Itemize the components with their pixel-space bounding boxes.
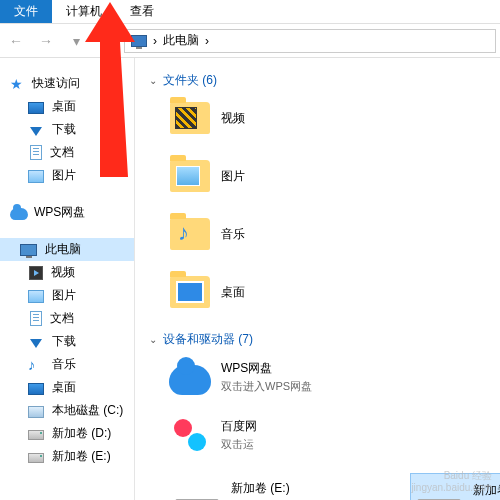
sidebar-item-label: 桌面 <box>52 98 76 115</box>
picture-icon <box>28 290 44 303</box>
sidebar-item-label: 文档 <box>50 144 74 161</box>
sidebar-item-downloads[interactable]: 下载 <box>0 330 134 353</box>
sidebar-item-label: 视频 <box>51 264 75 281</box>
picture-icon <box>28 170 44 183</box>
music-icon: ♪ <box>28 357 44 373</box>
nav-bar: ← → ▾ ↑ › 此电脑 › <box>0 24 500 58</box>
sidebar-item-documents[interactable]: 文档 <box>0 307 134 330</box>
sidebar-item-desktop[interactable]: 桌面 <box>0 376 134 399</box>
video-icon <box>29 266 43 280</box>
sidebar-item-downloads[interactable]: 下载 <box>0 118 134 141</box>
sidebar-label: 快速访问 <box>32 75 80 92</box>
folder-tile-music[interactable]: 音乐 <box>169 213 349 255</box>
section-folders-header[interactable]: ⌄ 文件夹 (6) <box>149 72 500 89</box>
ribbon-tab-computer[interactable]: 计算机 <box>52 0 116 23</box>
sidebar-item-label: 新加卷 (E:) <box>52 448 111 465</box>
desktop-icon <box>28 383 44 395</box>
chevron-down-icon: ⌄ <box>149 75 157 86</box>
device-tile-baidu[interactable]: 百度网 双击运 <box>169 414 349 456</box>
sidebar-item-label: 下载 <box>52 121 76 138</box>
disk-icon <box>28 430 44 440</box>
tile-label: 音乐 <box>221 226 245 243</box>
sidebar-item-label: 音乐 <box>52 356 76 373</box>
sidebar-item-pictures[interactable]: 图片 <box>0 164 134 187</box>
folder-video-icon <box>170 102 210 134</box>
sidebar-item-videos[interactable]: 视频 <box>0 261 134 284</box>
localdisk-icon <box>28 406 44 418</box>
nav-dropdown-icon[interactable]: ▾ <box>64 29 88 53</box>
sidebar-quick-access[interactable]: ★ 快速访问 <box>0 72 134 95</box>
sidebar: ★ 快速访问 桌面 下载 文档 图片 WPS网盘 此电脑 视频 图片 文档 下载… <box>0 58 135 500</box>
breadcrumb-sep: › <box>153 34 157 48</box>
breadcrumb-sep: › <box>205 34 209 48</box>
star-icon: ★ <box>10 76 26 92</box>
breadcrumb-location: 此电脑 <box>163 32 199 49</box>
sidebar-item-drive-e[interactable]: 新加卷 (E:) <box>0 445 134 468</box>
sidebar-item-label: 新加卷 (D:) <box>52 425 111 442</box>
devices-grid: WPS网盘 双击进入WPS网盘 百度网 双击运 <box>149 356 500 456</box>
ribbon-tabs: 文件 计算机 查看 <box>0 0 500 24</box>
tile-label: WPS网盘 <box>221 360 312 377</box>
sidebar-item-music[interactable]: ♪音乐 <box>0 353 134 376</box>
sidebar-item-drive-d[interactable]: 新加卷 (D:) <box>0 422 134 445</box>
sidebar-item-documents[interactable]: 文档 <box>0 141 134 164</box>
ribbon-tab-file[interactable]: 文件 <box>0 0 52 23</box>
tile-label: 图片 <box>221 168 245 185</box>
sidebar-label: WPS网盘 <box>34 204 85 221</box>
folder-music-icon <box>170 218 210 250</box>
section-title: 文件夹 (6) <box>163 72 217 89</box>
pc-icon <box>20 244 37 256</box>
sidebar-wps[interactable]: WPS网盘 <box>0 201 134 224</box>
disk-icon <box>28 453 44 463</box>
section-devices-header[interactable]: ⌄ 设备和驱动器 (7) <box>149 331 500 348</box>
pc-icon <box>131 35 147 47</box>
desktop-icon <box>28 102 44 114</box>
tile-sublabel: 双击运 <box>221 437 257 452</box>
chevron-down-icon: ⌄ <box>149 334 157 345</box>
nav-back-icon[interactable]: ← <box>4 29 28 53</box>
sidebar-item-localdisk-c[interactable]: 本地磁盘 (C:) <box>0 399 134 422</box>
watermark: Baidu 经验 jingyan.baidu.com <box>411 470 492 494</box>
folder-tile-pictures[interactable]: 图片 <box>169 155 349 197</box>
tile-label: 百度网 <box>221 418 257 435</box>
ribbon-tab-view[interactable]: 查看 <box>116 0 168 23</box>
sidebar-item-label: 图片 <box>52 287 76 304</box>
device-tile-wps[interactable]: WPS网盘 双击进入WPS网盘 <box>169 356 349 398</box>
nav-forward-icon[interactable]: → <box>34 29 58 53</box>
sidebar-item-label: 下载 <box>52 333 76 350</box>
drive-tile-e[interactable]: 新加卷 (E:) 616 GB 可用，共 620 GB <box>169 474 387 500</box>
drive-label: 新加卷 (E:) <box>231 480 381 497</box>
tile-sublabel: 双击进入WPS网盘 <box>221 379 312 394</box>
sidebar-label: 此电脑 <box>45 241 81 258</box>
sidebar-item-label: 图片 <box>52 167 76 184</box>
sidebar-item-desktop[interactable]: 桌面 <box>0 95 134 118</box>
folder-desktop-icon <box>170 276 210 308</box>
sidebar-this-pc[interactable]: 此电脑 <box>0 238 134 261</box>
document-icon <box>30 145 42 160</box>
baidu-icon <box>170 415 210 455</box>
tile-label: 视频 <box>221 110 245 127</box>
sidebar-item-label: 文档 <box>50 310 74 327</box>
download-icon <box>30 127 42 136</box>
tile-label: 桌面 <box>221 284 245 301</box>
nav-up-icon[interactable]: ↑ <box>94 29 118 53</box>
cloud-icon <box>169 365 211 395</box>
download-icon <box>30 339 42 348</box>
folder-tile-videos[interactable]: 视频 <box>169 97 349 139</box>
sidebar-item-label: 本地磁盘 (C:) <box>52 402 123 419</box>
document-icon <box>30 311 42 326</box>
section-title: 设备和驱动器 (7) <box>163 331 253 348</box>
sidebar-item-pictures[interactable]: 图片 <box>0 284 134 307</box>
cloud-icon <box>10 208 28 220</box>
content-pane: ⌄ 文件夹 (6) 视频 图片 音乐 桌面 ⌄ 设备和驱动器 (7) <box>135 58 500 500</box>
folders-grid: 视频 图片 音乐 桌面 <box>149 97 500 313</box>
folder-picture-icon <box>170 160 210 192</box>
breadcrumb[interactable]: › 此电脑 › <box>124 29 496 53</box>
sidebar-item-label: 桌面 <box>52 379 76 396</box>
folder-tile-desktop[interactable]: 桌面 <box>169 271 349 313</box>
